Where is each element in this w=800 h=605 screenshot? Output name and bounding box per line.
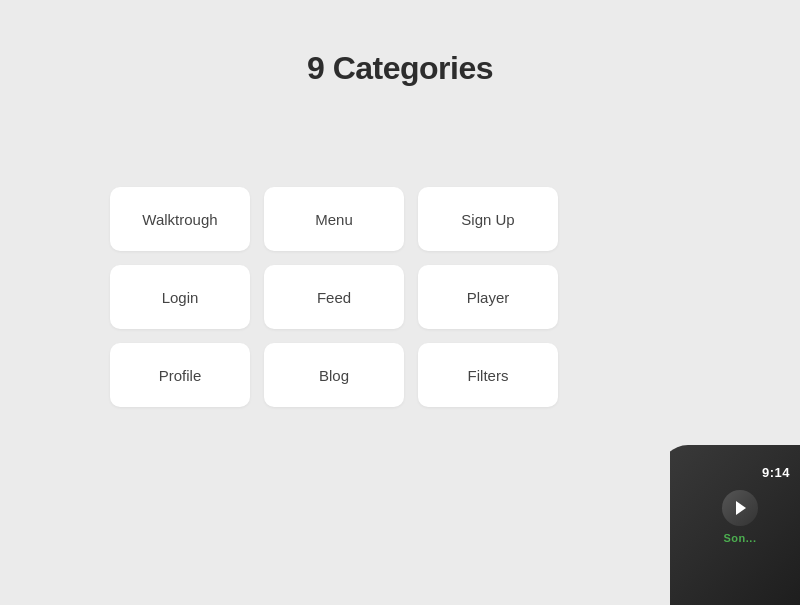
category-card-profile[interactable]: Profile bbox=[110, 343, 250, 407]
category-card-feed[interactable]: Feed bbox=[264, 265, 404, 329]
category-label-sign-up: Sign Up bbox=[461, 211, 514, 228]
play-icon bbox=[736, 501, 746, 515]
device-song-label: Son... bbox=[724, 532, 757, 544]
category-card-filters[interactable]: Filters bbox=[418, 343, 558, 407]
category-label-walktrough: Walktrough bbox=[142, 211, 217, 228]
category-label-player: Player bbox=[467, 289, 510, 306]
category-label-feed: Feed bbox=[317, 289, 351, 306]
device-corner: 9:14 Son... bbox=[670, 445, 800, 605]
device-time: 9:14 bbox=[762, 465, 790, 480]
category-card-walktrough[interactable]: Walktrough bbox=[110, 187, 250, 251]
device-play-button[interactable] bbox=[722, 490, 758, 526]
category-label-menu: Menu bbox=[315, 211, 353, 228]
category-card-menu[interactable]: Menu bbox=[264, 187, 404, 251]
category-card-login[interactable]: Login bbox=[110, 265, 250, 329]
categories-grid: WalktroughMenuSign UpLoginFeedPlayerProf… bbox=[0, 117, 800, 407]
category-label-login: Login bbox=[162, 289, 199, 306]
page-title: 9 Categories bbox=[0, 0, 800, 87]
category-label-profile: Profile bbox=[159, 367, 202, 384]
category-label-filters: Filters bbox=[468, 367, 509, 384]
device-shape: 9:14 Son... bbox=[670, 445, 800, 605]
category-label-blog: Blog bbox=[319, 367, 349, 384]
category-card-player[interactable]: Player bbox=[418, 265, 558, 329]
category-card-sign-up[interactable]: Sign Up bbox=[418, 187, 558, 251]
category-card-blog[interactable]: Blog bbox=[264, 343, 404, 407]
